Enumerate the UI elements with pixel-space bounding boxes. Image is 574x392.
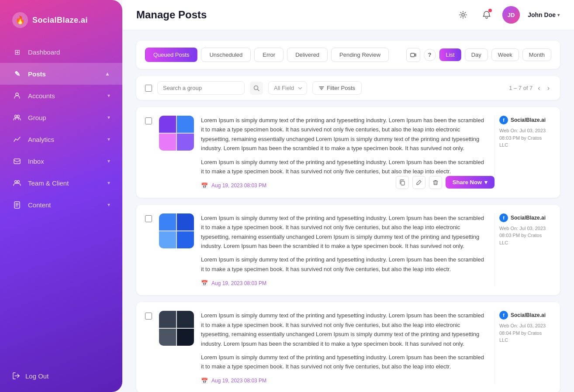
thumbnail-grid <box>159 311 194 346</box>
view-toggle: ? List Day Week Month <box>406 48 552 62</box>
svg-rect-14 <box>411 53 415 57</box>
help-button[interactable]: ? <box>424 49 436 61</box>
accounts-icon <box>12 91 22 100</box>
post-card-2: Lorem Ipsum is simply dummy text of the … <box>136 205 560 296</box>
post-text-1: Lorem Ipsum is simply dummy text of the … <box>201 116 488 153</box>
filter-icon <box>319 86 324 91</box>
page-header: Manage Posts <box>122 0 574 30</box>
copy-button-1[interactable] <box>396 176 409 189</box>
thumb-cell <box>177 116 194 133</box>
field-select[interactable]: All Field <box>268 81 307 95</box>
post-card: Lorem Ipsum is simply dummy text of the … <box>136 107 560 198</box>
post-text-1: Lorem Ipsum is simply dummy text of the … <box>201 311 488 348</box>
post-text-1: Lorem Ipsum is simply dummy text of the … <box>201 213 488 251</box>
chevron-down-icon: ▾ <box>107 180 110 186</box>
sidebar-item-dashboard[interactable]: ⊞ Dashboard <box>0 41 122 63</box>
user-dropdown-icon[interactable]: ▾ <box>557 12 560 18</box>
filter-posts-button[interactable]: Filter Posts <box>312 81 362 95</box>
thumb-cell <box>159 116 176 133</box>
trash-icon <box>432 179 439 186</box>
post-text-2: Lorem Ipsum is simply dummy text of the … <box>201 255 488 274</box>
logout-button[interactable]: Log Out <box>0 364 122 392</box>
select-all-checkbox[interactable] <box>145 85 152 92</box>
svg-rect-3 <box>14 159 20 164</box>
thumb-cell <box>177 311 194 328</box>
sidebar-nav: ⊞ Dashboard ✎ Posts ▲ Accounts ▾ <box>0 37 122 364</box>
post-body-2: Lorem Ipsum is simply dummy text of the … <box>201 213 488 287</box>
page-title: Manage Posts <box>136 9 448 21</box>
header-actions: JD John Doe ▾ <box>455 6 560 24</box>
edit-icon <box>416 179 422 186</box>
sidebar-item-label: Group <box>28 114 46 121</box>
facebook-icon: f <box>499 213 508 222</box>
post-checkbox-1[interactable] <box>145 117 152 124</box>
settings-button[interactable] <box>455 7 471 23</box>
svg-point-1 <box>15 115 17 117</box>
logout-icon <box>12 372 20 380</box>
user-name: John Doe <box>528 11 556 18</box>
main-content: Manage Posts <box>122 0 574 392</box>
thumb-cell <box>177 329 194 346</box>
view-list-button[interactable]: List <box>439 48 461 61</box>
share-now-button-1[interactable]: Share Now ▾ <box>446 176 494 189</box>
pagination-info: 1 – 7 of 7 ‹ › <box>509 83 551 93</box>
inbox-icon <box>12 156 22 166</box>
post-checkbox-3[interactable] <box>145 313 152 320</box>
posted-by-1: Web On: Jul 03, 2023 08:03 PM by Cratos … <box>499 127 551 149</box>
prev-page-button[interactable]: ‹ <box>536 83 542 93</box>
sidebar-item-posts[interactable]: ✎ Posts ▲ <box>0 63 122 85</box>
sidebar-item-content[interactable]: Content ▾ <box>0 194 122 216</box>
post-thumbnail-2 <box>159 213 194 248</box>
share-chevron-icon: ▾ <box>484 179 488 186</box>
sidebar-item-label: Inbox <box>28 158 44 165</box>
thumb-cell <box>159 329 176 346</box>
next-page-button[interactable]: › <box>546 83 551 93</box>
post-text-2: Lorem Ipsum is simply dummy text of the … <box>201 353 488 371</box>
view-day-button[interactable]: Day <box>465 48 488 61</box>
tab-pending-review[interactable]: Pending Review <box>331 48 389 62</box>
brand-name-1: SocialBlaze.ai <box>511 117 546 123</box>
tab-queued-posts[interactable]: Queued Posts <box>145 48 197 62</box>
notifications-button[interactable] <box>479 7 494 23</box>
post-date-2: Aug 19, 2023 08:03 PM <box>211 280 266 286</box>
chevron-down-icon: ▾ <box>107 202 110 208</box>
brand-name-2: SocialBlaze.ai <box>511 215 546 221</box>
tab-delivered[interactable]: Delivered <box>287 48 328 62</box>
thumb-cell <box>159 231 176 248</box>
calendar-icon: 📅 <box>201 182 208 189</box>
sidebar-item-label: Dashboard <box>28 48 60 56</box>
video-view-button[interactable] <box>406 48 420 62</box>
filter-posts-label: Filter Posts <box>327 85 355 91</box>
sidebar-item-group[interactable]: Group ▾ <box>0 107 122 128</box>
chevron-down-icon: ▾ <box>107 93 110 99</box>
post-right-2: f SocialBlaze.ai Web On: Jul 03, 2023 08… <box>494 213 551 287</box>
tab-unscheduled[interactable]: Unscheduled <box>201 48 251 62</box>
svg-line-16 <box>258 89 259 91</box>
video-icon <box>410 52 416 58</box>
sidebar-item-label: Posts <box>28 70 46 78</box>
post-right-1: f SocialBlaze.ai Web On: Jul 03, 2023 08… <box>494 116 551 189</box>
view-week-button[interactable]: Week <box>491 48 519 61</box>
sidebar-item-analytics[interactable]: Analytics ▾ <box>0 128 122 150</box>
tab-error[interactable]: Error <box>254 48 284 62</box>
post-brand-2: f SocialBlaze.ai <box>499 213 546 222</box>
content-area: Queued Posts Unscheduled Error Delivered… <box>122 30 574 392</box>
svg-point-4 <box>15 181 17 183</box>
pagination-text: 1 – 7 of 7 <box>509 85 533 91</box>
delete-button-1[interactable] <box>429 176 442 189</box>
sidebar-item-inbox[interactable]: Inbox ▾ <box>0 150 122 172</box>
sidebar-item-team-client[interactable]: Team & Client ▾ <box>0 172 122 194</box>
sidebar-item-label: Team & Client <box>28 179 69 187</box>
facebook-icon: f <box>499 311 508 320</box>
post-brand-1: f SocialBlaze.ai <box>499 116 546 124</box>
post-checkbox-2[interactable] <box>145 215 152 222</box>
search-input[interactable] <box>157 81 245 95</box>
search-icon-button[interactable] <box>250 82 263 95</box>
svg-point-2 <box>17 115 20 117</box>
sidebar-item-accounts[interactable]: Accounts ▾ <box>0 85 122 107</box>
edit-button-1[interactable] <box>412 176 425 189</box>
calendar-icon: 📅 <box>201 378 208 384</box>
content-icon <box>12 200 22 210</box>
svg-point-0 <box>16 93 18 96</box>
view-month-button[interactable]: Month <box>522 48 551 61</box>
